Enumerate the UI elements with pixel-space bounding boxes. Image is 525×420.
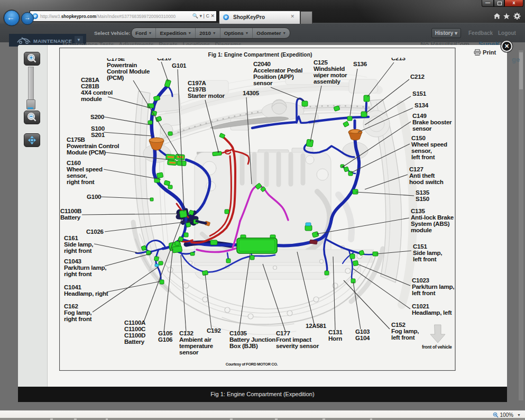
svg-text:C212: C212	[410, 73, 425, 80]
svg-text:right front: right front	[64, 270, 92, 277]
svg-text:12A581: 12A581	[306, 322, 327, 329]
svg-text:right front: right front	[64, 247, 92, 254]
svg-text:G106: G106	[158, 336, 173, 343]
svg-text:left front: left front	[411, 153, 435, 160]
svg-text:sensor: sensor	[253, 79, 273, 86]
svg-text:Starter motor: Starter motor	[188, 92, 225, 99]
svg-text:left front: left front	[391, 334, 415, 341]
svg-text:assembly: assembly	[314, 78, 340, 85]
svg-text:C192: C192	[207, 327, 221, 334]
svg-text:severity sensor: severity sensor	[276, 342, 319, 349]
svg-text:Headlamp, left: Headlamp, left	[412, 309, 452, 316]
svg-text:S150: S150	[416, 195, 429, 202]
svg-text:Headlamp, right: Headlamp, right	[64, 290, 108, 297]
svg-text:S200: S200	[90, 113, 104, 120]
svg-text:hood switch: hood switch	[409, 178, 444, 185]
svg-text:module: module	[411, 226, 432, 233]
svg-text:S134: S134	[415, 102, 429, 108]
svg-text:right front: right front	[64, 315, 92, 322]
svg-text:Fig 1: Engine Compartment (Exp: Fig 1: Engine Compartment (Expedition)	[208, 52, 312, 58]
svg-text:left front: left front	[413, 255, 437, 262]
svg-text:Module (PCM): Module (PCM)	[67, 149, 106, 156]
svg-text:module: module	[81, 95, 102, 102]
svg-text:C1026: C1026	[86, 228, 104, 235]
svg-text:(PCM): (PCM)	[107, 74, 124, 81]
svg-text:Battery: Battery	[60, 214, 81, 221]
svg-text:G100: G100	[87, 193, 101, 200]
svg-text:right front: right front	[67, 178, 95, 185]
svg-text:G101: G101	[172, 62, 187, 69]
svg-text:front of vehicle: front of vehicle	[422, 344, 452, 350]
svg-text:S136: S136	[353, 60, 367, 67]
svg-text:Box (BJB): Box (BJB)	[229, 342, 258, 349]
svg-text:14305: 14305	[243, 89, 260, 96]
svg-text:G104: G104	[355, 334, 370, 341]
svg-text:Horn: Horn	[328, 335, 342, 342]
svg-text:S151: S151	[412, 90, 427, 97]
svg-text:sensor: sensor	[179, 349, 199, 355]
svg-text:S201: S201	[91, 131, 105, 138]
svg-text:Battery: Battery	[124, 338, 145, 345]
svg-text:sensor: sensor	[412, 125, 432, 132]
svg-text:Courtesy of FORD MOTOR CO.: Courtesy of FORD MOTOR CO.	[226, 362, 278, 367]
svg-text:left front: left front	[412, 289, 436, 296]
